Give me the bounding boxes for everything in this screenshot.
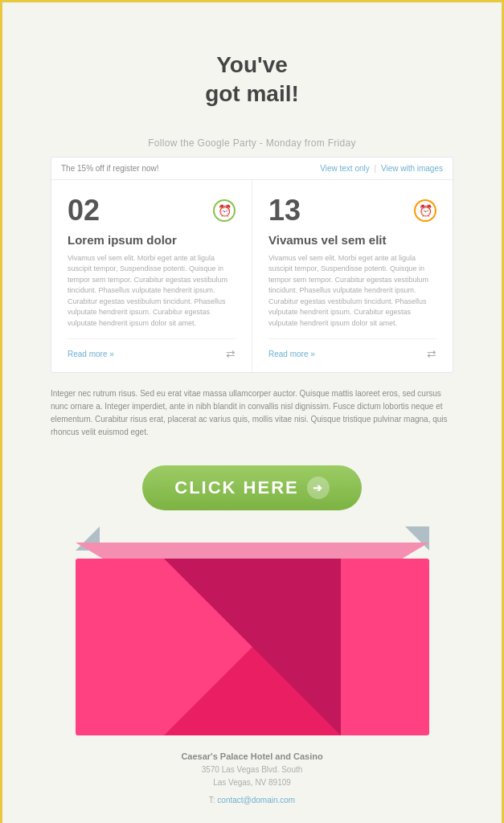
card-item-2: 13 ⏰ Vivamus vel sem elit Vivamus vel se…: [252, 180, 453, 373]
card-item-1: 02 ⏰ Lorem ipsum dolor Vivamus vel sem e…: [51, 180, 252, 373]
card-number-2: 13: [268, 196, 301, 225]
share-icon-2[interactable]: ⇄: [427, 347, 436, 360]
envelope-body: [76, 559, 429, 735]
address-name: Caesar's Palace Hotel and Casino: [51, 751, 453, 761]
card-number-row-1: 02 ⏰: [68, 196, 236, 225]
card-footer-1: Read more » ⇄: [68, 338, 236, 360]
cta-button[interactable]: CLICK HERE ➔: [142, 465, 361, 510]
arrow-icon: ➔: [307, 477, 330, 499]
cta-section: CLICK HERE ➔: [51, 453, 453, 518]
clock-icon-1: ⏰: [213, 199, 236, 222]
subtitle: Follow the Google Party - Monday from Fr…: [51, 137, 453, 149]
cta-label: CLICK HERE: [174, 477, 298, 498]
card-number-row-2: 13 ⏰: [268, 196, 436, 225]
address-street: 3570 Las Vegas Blvd. South: [51, 764, 453, 776]
card-title-1: Lorem ipsum dolor: [68, 233, 236, 247]
card-container: The 15% off if register now! View text o…: [51, 157, 453, 374]
read-more-2[interactable]: Read more »: [268, 350, 315, 358]
envelope-right-flap: [164, 559, 341, 735]
card-title-2: Vivamus vel sem elit: [268, 233, 436, 247]
address-city: Las Vegas, NV 89109: [51, 776, 453, 789]
card-number-1: 02: [68, 196, 100, 225]
card-text-2: Vivamus vel sem elit. Morbi eget ante at…: [268, 253, 436, 330]
card-header-links: View text only | View with images: [320, 164, 443, 173]
view-images-link[interactable]: View with images: [381, 164, 443, 173]
email-link[interactable]: contact@domain.com: [217, 796, 295, 805]
card-text-1: Vivamus vel sem elit. Morbi eget ante at…: [68, 253, 236, 330]
envelope-section: [51, 526, 453, 735]
card-footer-2: Read more » ⇄: [268, 338, 436, 360]
address-phone: T: contact@domain.com: [51, 796, 453, 805]
card-header: The 15% off if register now! View text o…: [51, 158, 453, 180]
share-icon-1[interactable]: ⇄: [226, 347, 236, 360]
view-text-link[interactable]: View text only: [320, 164, 370, 173]
read-more-1[interactable]: Read more »: [68, 350, 114, 358]
page-wrapper: You've got mail! Follow the Google Party…: [2, 2, 502, 823]
address-section: Caesar's Palace Hotel and Casino 3570 La…: [51, 743, 453, 813]
page-title: You've got mail!: [51, 51, 453, 109]
cards-row: 02 ⏰ Lorem ipsum dolor Vivamus vel sem e…: [51, 180, 453, 373]
promo-text: The 15% off if register now!: [61, 164, 159, 173]
body-text: Integer nec rutrum risus. Sed eu erat vi…: [51, 373, 453, 453]
header: You've got mail!: [51, 27, 453, 125]
clock-icon-2: ⏰: [414, 199, 436, 222]
